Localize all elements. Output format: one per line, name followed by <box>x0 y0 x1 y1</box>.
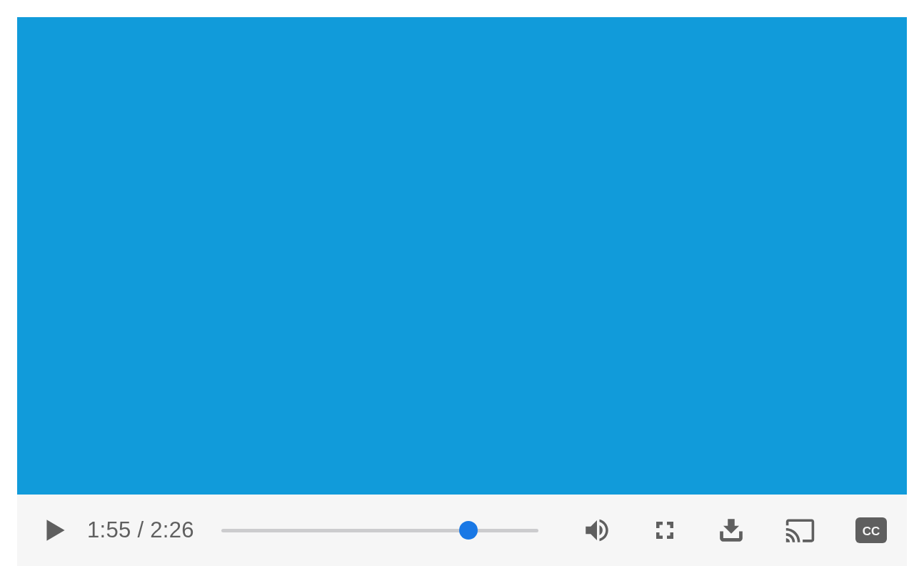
fullscreen-icon <box>652 517 678 543</box>
play-icon <box>46 519 66 542</box>
video-player: 1:55 / 2:26 <box>17 17 907 566</box>
seek-track <box>221 529 538 532</box>
duration: 2:26 <box>150 517 194 542</box>
video-viewport[interactable] <box>17 17 907 495</box>
play-button[interactable] <box>46 519 66 542</box>
time-separator: / <box>131 517 151 542</box>
captions-icon: CC <box>855 515 887 546</box>
seek-bar[interactable] <box>221 523 538 537</box>
download-button[interactable] <box>718 517 745 544</box>
fullscreen-button[interactable] <box>652 517 678 543</box>
time-display: 1:55 / 2:26 <box>87 517 194 543</box>
cast-button[interactable] <box>785 515 815 546</box>
download-icon <box>718 517 745 544</box>
captions-label: CC <box>863 525 880 538</box>
seek-thumb[interactable] <box>459 521 478 540</box>
volume-button[interactable] <box>582 515 612 545</box>
video-controls: 1:55 / 2:26 <box>17 495 907 566</box>
cast-icon <box>785 515 815 546</box>
current-time: 1:55 <box>87 517 131 542</box>
captions-button[interactable]: CC <box>855 515 887 546</box>
right-controls: CC <box>582 515 887 546</box>
volume-icon <box>582 515 612 545</box>
